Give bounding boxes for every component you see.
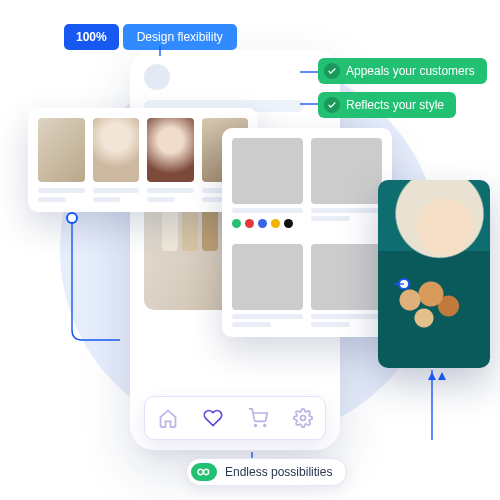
product-item[interactable]	[232, 138, 303, 236]
product-image	[232, 244, 303, 310]
label-pill: Design flexibility	[123, 24, 237, 50]
gallery-item[interactable]	[38, 118, 85, 202]
product-image	[232, 138, 303, 204]
percent-pill: 100%	[64, 24, 119, 50]
product-grid-card	[222, 128, 392, 337]
skeleton-line	[147, 197, 175, 202]
swatch[interactable]	[258, 219, 267, 228]
skeleton-line	[38, 188, 85, 193]
skeleton-line	[232, 314, 303, 319]
product-image	[311, 138, 382, 204]
endless-possibilities-badge: Endless possibilities	[186, 458, 347, 486]
swatch[interactable]	[271, 219, 280, 228]
svg-point-2	[300, 416, 305, 421]
swatch[interactable]	[245, 219, 254, 228]
avatar-placeholder	[144, 64, 170, 90]
skeleton-line	[93, 197, 121, 202]
gear-icon[interactable]	[293, 408, 313, 428]
badge-text: Reflects your style	[346, 98, 444, 112]
skeleton-line	[93, 188, 140, 193]
badge-text: Appeals your customers	[346, 64, 475, 78]
skeleton-line	[147, 188, 194, 193]
product-item[interactable]	[311, 244, 382, 327]
reflects-style-badge: Reflects your style	[318, 92, 456, 118]
heart-icon[interactable]	[203, 408, 223, 428]
skeleton-line	[311, 314, 382, 319]
svg-marker-5	[428, 372, 436, 380]
skeleton-line	[311, 216, 350, 221]
swatch[interactable]	[232, 219, 241, 228]
infinity-icon	[191, 463, 217, 481]
feature-portrait	[378, 180, 490, 368]
cart-icon[interactable]	[248, 408, 268, 428]
product-item[interactable]	[311, 138, 382, 236]
design-flexibility-badge: 100% Design flexibility	[64, 24, 237, 50]
color-swatches	[232, 219, 303, 228]
badge-text: Endless possibilities	[225, 465, 332, 479]
svg-point-1	[263, 425, 265, 427]
tab-bar	[144, 396, 326, 440]
check-icon	[324, 97, 340, 113]
gallery-item[interactable]	[93, 118, 140, 202]
gallery-item[interactable]	[147, 118, 194, 202]
svg-point-0	[254, 425, 256, 427]
skeleton-line	[232, 208, 303, 213]
thumbnail-image	[93, 118, 140, 182]
skeleton-line	[232, 322, 271, 327]
home-icon[interactable]	[158, 408, 178, 428]
check-icon	[324, 63, 340, 79]
swatch[interactable]	[284, 219, 293, 228]
product-image	[311, 244, 382, 310]
thumbnail-image	[38, 118, 85, 182]
svg-marker-6	[438, 372, 446, 380]
skeleton-line	[38, 197, 66, 202]
product-item[interactable]	[232, 244, 303, 327]
skeleton-line	[311, 208, 382, 213]
skeleton-line	[311, 322, 350, 327]
appeals-badge: Appeals your customers	[318, 58, 487, 84]
thumbnail-image	[147, 118, 194, 182]
